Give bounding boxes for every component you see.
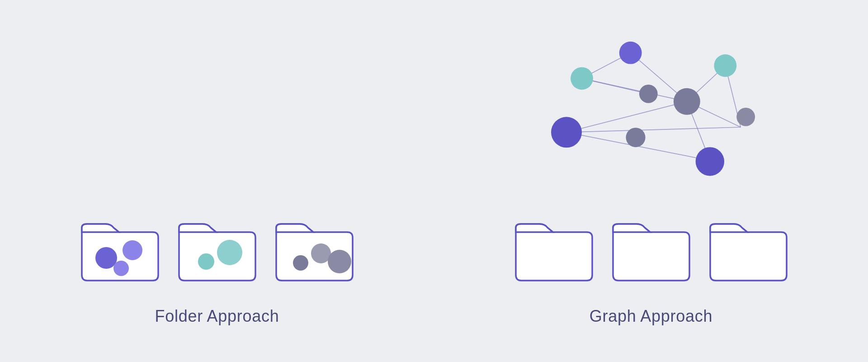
folder-approach-label: Folder Approach [155,307,279,326]
svg-point-1 [123,240,142,260]
graph-node-1 [571,67,593,90]
folder-approach-section: Folder Approach [0,0,434,362]
folders-row [78,214,356,284]
svg-point-4 [217,240,242,265]
graph-node-5 [626,128,645,147]
empty-folder-3 [707,214,790,284]
empty-folders-row [512,214,790,284]
folder-1 [78,214,162,284]
svg-point-7 [328,250,351,273]
svg-point-0 [95,247,117,269]
graph-node-8 [736,108,755,126]
main-container: Folder Approach [0,0,868,362]
empty-folder-2 [609,214,693,284]
svg-point-2 [113,261,129,276]
graph-node-7 [714,54,736,77]
folder-3 [273,214,356,284]
graph-approach-label: Graph Approach [590,307,712,326]
folder-2 [175,214,259,284]
graph-node-3 [639,85,658,103]
graph-visualization [538,27,764,181]
svg-line-10 [582,78,687,101]
empty-folder-1 [512,214,596,284]
graph-node-2 [619,42,642,64]
svg-point-3 [198,253,214,270]
graph-bottom: Graph Approach [512,214,790,326]
svg-point-5 [293,255,308,271]
graph-node-4 [551,117,582,148]
graph-node-6 [674,88,700,115]
graph-node-9 [696,147,724,176]
svg-line-13 [566,127,741,132]
graph-approach-section: Graph Approach [434,0,868,362]
svg-line-11 [566,101,687,132]
